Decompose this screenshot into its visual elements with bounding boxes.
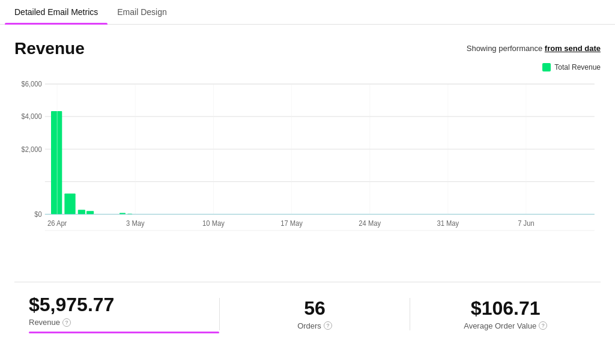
legend-label-total-revenue: Total Revenue [554,63,601,71]
svg-text:$2,000: $2,000 [22,145,42,153]
bar-26apr-2 [64,193,75,214]
stat-avg-order-value: $106.71 Average Order Value ? [410,298,601,330]
bar-26apr-4 [86,211,94,214]
svg-text:24 May: 24 May [359,220,381,227]
svg-text:31 May: 31 May [437,220,459,227]
svg-text:7 Jun: 7 Jun [518,220,534,227]
performance-text: Showing performance [467,44,545,53]
tab-bar: Detailed Email Metrics Email Design [0,0,615,25]
revenue-chart: $6,000 $4,000 $2,000 $0 [14,77,601,279]
orders-value: 56 [304,298,326,319]
legend-swatch-total-revenue [542,63,551,71]
revenue-value: $5,975.77 [29,294,114,315]
revenue-title: Revenue [14,39,85,58]
orders-info-icon[interactable]: ? [324,321,332,330]
revenue-header: Revenue Showing performance from send da… [14,39,601,58]
stat-revenue: $5,975.77 Revenue ? [14,294,219,333]
avg-order-value-value: $106.71 [471,298,541,319]
svg-text:$0: $0 [34,211,41,218]
avg-order-value-info-icon[interactable]: ? [539,321,547,330]
performance-note: Showing performance from send date [467,39,601,53]
chart-container: Total Revenue $6,000 $4,000 $2,000 $0 [14,63,601,279]
orders-label: Orders ? [297,321,332,330]
svg-text:3 May: 3 May [126,220,145,227]
stat-orders: 56 Orders ? [219,298,410,330]
chart-svg-wrapper: $6,000 $4,000 $2,000 $0 [14,77,601,279]
svg-text:17 May: 17 May [280,220,303,227]
tab-email-design[interactable]: Email Design [108,0,176,24]
bar-26apr-3 [78,210,85,214]
avg-order-value-label: Average Order Value ? [464,321,547,330]
revenue-info-icon[interactable]: ? [62,318,71,327]
revenue-underline [29,332,219,333]
svg-text:$4,000: $4,000 [22,113,42,120]
svg-text:10 May: 10 May [202,220,225,227]
svg-text:26 Apr: 26 Apr [47,220,67,227]
svg-text:$6,000: $6,000 [22,80,42,88]
revenue-label: Revenue ? [29,318,71,327]
performance-link[interactable]: from send date [545,44,601,53]
stats-row: $5,975.77 Revenue ? 56 Orders ? $106.71 … [14,282,601,333]
chart-legend: Total Revenue [542,63,601,71]
tab-detailed-email-metrics[interactable]: Detailed Email Metrics [5,0,108,24]
main-content: Revenue Showing performance from send da… [0,25,615,333]
bar-26apr-1 [51,111,62,214]
